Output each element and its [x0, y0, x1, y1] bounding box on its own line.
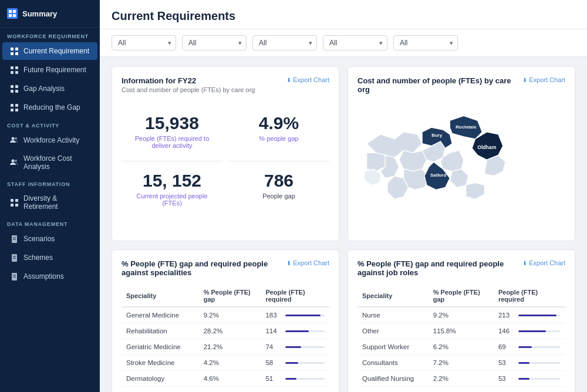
sidebar-logo[interactable]: Summary — [0, 0, 100, 28]
info-card-title-block: Information for FY22 Cost and number of … — [122, 76, 255, 93]
svg-rect-8 — [11, 66, 14, 69]
cell-gap-pct: 9.2% — [429, 307, 494, 323]
sidebar-item-current-requirement[interactable]: Current Requirement — [2, 42, 97, 60]
sidebar-item-label: Scenarios — [23, 235, 55, 243]
svg-rect-26 — [11, 204, 14, 207]
cell-gap-pct: 115.8% — [429, 323, 494, 339]
cell-gap-pct: 21.2% — [199, 339, 261, 355]
filter-2[interactable]: All — [182, 35, 247, 50]
svg-rect-13 — [15, 85, 18, 88]
cell-required: 114 — [261, 323, 329, 339]
sidebar-item-reducing-the-gap[interactable]: Reducing the Gap — [2, 99, 97, 116]
sidebar-item-scenarios[interactable]: Scenarios — [2, 230, 97, 248]
specialities-card-export[interactable]: ⬇ Export Chart — [286, 259, 329, 266]
svg-point-22 — [12, 160, 15, 163]
sidebar-section-cost: COST & ACTIVITY — [0, 117, 100, 131]
grid-icon — [9, 198, 19, 207]
cell-name: Geriatric Medicine — [122, 339, 199, 355]
page-title: Current Requirements — [112, 9, 575, 23]
svg-rect-24 — [11, 199, 14, 202]
svg-rect-7 — [15, 52, 18, 55]
specialities-card-title: % People (FTE) gap and required people a… — [122, 259, 286, 277]
cell-name: Dermatology — [122, 371, 199, 387]
svg-text:Bury: Bury — [431, 133, 443, 138]
map-svg: Bury Rochdale Oldham Salford — [357, 102, 565, 231]
stat-label: Current projected people (FTEs) — [127, 192, 217, 207]
table-row: Qualified Nursing 2.2% 53 — [357, 371, 565, 387]
svg-text:Salford: Salford — [430, 173, 446, 178]
cell-required: 53 — [494, 371, 565, 387]
sidebar: Summary WORKFORCE REQUIRMENT Current Req… — [0, 0, 100, 392]
cell-gap-pct: 2.2% — [429, 371, 494, 387]
table-row: Geriatric Medicine 21.2% 74 — [122, 339, 329, 355]
svg-rect-17 — [15, 104, 18, 107]
info-card-export[interactable]: ⬇ Export Chart — [286, 76, 329, 83]
filter-5[interactable]: All — [393, 35, 458, 50]
cell-required: 53 — [494, 355, 565, 371]
filter-4[interactable]: All — [323, 35, 387, 50]
cell-name: Stroke Medicine — [122, 355, 199, 371]
filter-1-wrapper: All — [112, 35, 176, 50]
cell-name: Nurse — [357, 307, 429, 323]
people-icon — [9, 136, 19, 145]
svg-rect-4 — [11, 48, 14, 50]
cell-gap-pct: 9.2% — [199, 307, 261, 323]
sidebar-section-staff: STAFF INFORMATION — [0, 175, 100, 190]
grid-icon — [9, 84, 19, 93]
stat-number: 15,938 — [127, 113, 217, 133]
download-icon: ⬇ — [286, 77, 291, 83]
svg-point-23 — [15, 160, 17, 162]
sidebar-item-label: Diversity & Retirement — [23, 194, 90, 211]
job-roles-card-export[interactable]: ⬇ Export Chart — [522, 259, 565, 266]
svg-rect-10 — [11, 71, 14, 74]
download-icon: ⬇ — [286, 260, 291, 266]
job-roles-table: Speciality % People (FTE) gap People (FT… — [357, 285, 565, 392]
sidebar-item-label: Workforce Cost Analysis — [23, 154, 90, 171]
filter-2-wrapper: All — [182, 35, 247, 50]
info-card-subtitle: Cost and number of people (FTEs) by care… — [122, 86, 255, 93]
cell-name: General Medicine — [122, 307, 199, 323]
map-card: Cost and number of people (FTEs) by care… — [348, 66, 575, 241]
grid-icon — [9, 103, 19, 112]
cell-name: Consultants — [357, 355, 429, 371]
sidebar-item-workforce-activity[interactable]: Workforce Activity — [2, 131, 97, 149]
map-card-header: Cost and number of people (FTEs) by care… — [357, 76, 565, 94]
table-row: Dermatology 4.6% 51 — [122, 371, 329, 387]
col-required: People (FTE) required — [494, 285, 565, 307]
sidebar-item-workforce-cost-analysis[interactable]: Workforce Cost Analysis — [2, 150, 97, 175]
sidebar-section-data: DATA MANAGEMENT — [0, 215, 100, 229]
cell-gap-pct: 4.7% — [199, 387, 261, 393]
sidebar-item-schemes[interactable]: Schemes — [2, 249, 97, 266]
specialities-table: Speciality % People (FTE) gap People (FT… — [122, 285, 329, 392]
doc-icon — [9, 272, 19, 281]
sidebar-item-diversity-retirement[interactable]: Diversity & Retirement — [2, 190, 97, 215]
table-row: Healthcare Scientists 11.1% 33 — [357, 387, 565, 393]
map-card-export[interactable]: ⬇ Export Chart — [522, 76, 565, 83]
sidebar-item-future-requirement[interactable]: Future Requirement — [2, 61, 97, 79]
svg-rect-3 — [13, 14, 16, 17]
filter-1[interactable]: All — [112, 35, 176, 50]
sidebar-item-label: Reducing the Gap — [23, 103, 80, 111]
grid-icon — [9, 46, 19, 56]
cell-gap-pct: 7.2% — [429, 355, 494, 371]
specialities-table-container: Speciality % People (FTE) gap People (FT… — [122, 285, 329, 392]
stat-people-gap-pct: 4.9% % people gap — [228, 107, 329, 155]
specialities-card: % People (FTE) gap and required people a… — [112, 249, 339, 392]
svg-rect-19 — [15, 109, 18, 111]
cell-required: 51 — [261, 371, 329, 387]
filter-3[interactable]: All — [252, 35, 317, 50]
cell-required: 183 — [261, 307, 329, 323]
sidebar-item-gap-analysis[interactable]: Gap Analysis — [2, 80, 97, 97]
doc-icon — [9, 253, 19, 262]
cell-name: Healthcare Scientists — [357, 387, 429, 393]
cell-gap-pct: 11.1% — [429, 387, 494, 393]
specialities-card-header: % People (FTE) gap and required people a… — [122, 259, 329, 277]
sidebar-item-label: Future Requirement — [23, 66, 86, 74]
sidebar-item-assumptions[interactable]: Assumptions — [2, 268, 97, 285]
table-row: General Medicine 9.2% 183 — [122, 307, 329, 323]
svg-rect-1 — [13, 10, 16, 13]
col-gap-pct: % People (FTE) gap — [429, 285, 494, 307]
col-speciality: Speciality — [122, 285, 199, 307]
svg-point-20 — [12, 137, 15, 140]
job-roles-card-header: % People (FTE) gap and required people a… — [357, 259, 565, 277]
